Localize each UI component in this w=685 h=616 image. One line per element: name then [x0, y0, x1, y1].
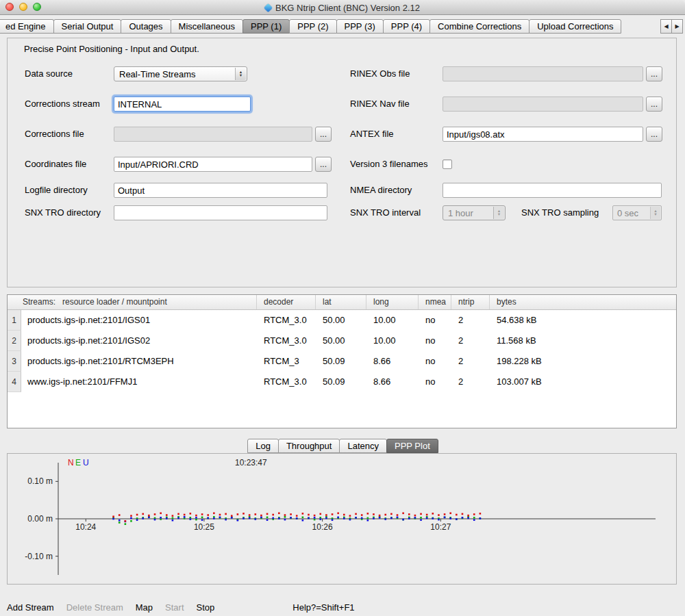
cell-ntrip: 2 — [451, 331, 490, 351]
antex-file-browse-button[interactable]: ... — [646, 127, 662, 142]
coordinates-file-label: Coordinates file — [25, 157, 86, 172]
tab-ppp-3[interactable]: PPP (3) — [336, 19, 384, 34]
snx-tro-directory-label: SNX TRO directory — [25, 205, 101, 220]
rinex-nav-browse-button[interactable]: ... — [646, 97, 662, 112]
cell-lat: 50.00 — [316, 331, 366, 351]
svg-text:10:26: 10:26 — [312, 522, 333, 532]
cell-lat: 50.00 — [316, 310, 366, 331]
data-source-select[interactable]: Real-Time Streams ▲▼ — [114, 66, 247, 81]
tab-ppp-2[interactable]: PPP (2) — [289, 19, 336, 34]
cell-long: 8.66 — [366, 351, 419, 372]
table-row[interactable]: 1 products.igs-ip.net:2101/IGS01 RTCM_3.… — [8, 310, 676, 331]
delete-stream-button: Delete Stream — [66, 602, 123, 613]
cell-decoder: RTCM_3 — [257, 351, 316, 372]
snx-tro-directory-input[interactable] — [114, 205, 327, 220]
tab-log[interactable]: Log — [247, 439, 279, 453]
header-long: long — [366, 295, 419, 309]
tab-throughput[interactable]: Throughput — [278, 439, 340, 453]
version3-filenames-checkbox[interactable] — [443, 159, 452, 169]
logfile-directory-input[interactable] — [114, 183, 327, 198]
table-row[interactable]: 3 products.igs-ip.net:2101/RTCM3EPH RTCM… — [8, 351, 676, 372]
row-number: 2 — [8, 331, 21, 351]
cell-bytes: 11.568 kB — [490, 331, 676, 351]
combo-arrows-icon: ▲▼ — [493, 207, 504, 219]
cell-long: 10.00 — [366, 310, 419, 331]
row-number: 3 — [8, 351, 21, 372]
snx-tro-sampling-label: SNX TRO sampling — [521, 205, 599, 220]
cell-ntrip: 2 — [451, 372, 490, 392]
tab-miscellaneous[interactable]: Miscellaneous — [171, 19, 243, 34]
rinex-nav-label: RINEX Nav file — [350, 97, 410, 112]
tab-scroll-buttons: ◀ ▶ — [661, 19, 683, 34]
svg-text:U: U — [83, 458, 89, 467]
cell-bytes: 54.638 kB — [490, 310, 676, 331]
svg-text:10:24: 10:24 — [75, 522, 96, 532]
row-number: 1 — [8, 310, 21, 331]
cell-mountpoint: products.igs-ip.net:2101/IGS01 — [21, 310, 257, 331]
snx-tro-sampling-spinner: 0 sec ▲▼ — [612, 205, 662, 220]
tab-ppp-plot[interactable]: PPP Plot — [386, 439, 438, 453]
cell-decoder: RTCM_3.0 — [257, 310, 316, 331]
table-row[interactable]: 2 products.igs-ip.net:2101/IGS02 RTCM_3.… — [8, 331, 676, 351]
svg-text:E: E — [75, 458, 81, 467]
nmea-directory-input[interactable] — [443, 183, 662, 198]
tab-scroll-right-button[interactable]: ▶ — [671, 19, 683, 34]
tab-upload-corrections[interactable]: Upload Corrections — [529, 19, 621, 34]
coordinates-file-browse-button[interactable]: ... — [315, 157, 332, 172]
tab-scroll-left-button[interactable]: ◀ — [660, 19, 672, 34]
version3-filenames-label: Version 3 filenames — [350, 157, 427, 172]
table-row[interactable]: 4 www.igs-ip.net:2101/FFMJ1 RTCM_3.0 50.… — [8, 372, 676, 392]
plot-tabbar: Log Throughput Latency PPP Plot — [0, 438, 685, 453]
rinex-nav-input — [443, 97, 643, 112]
coordinates-file-input[interactable] — [114, 157, 312, 172]
tab-ppp-1[interactable]: PPP (1) — [242, 19, 290, 34]
scroll-left-icon: ◀ — [664, 23, 668, 29]
header-bytes: bytes — [490, 295, 676, 309]
map-button[interactable]: Map — [136, 602, 153, 613]
app-icon — [264, 3, 273, 12]
svg-text:10:27: 10:27 — [430, 522, 451, 532]
ppp1-panel: Precise Point Positioning - Input and Ou… — [7, 38, 677, 287]
titlebar[interactable]: BKG Ntrip Client (BNC) Version 2.12 — [0, 0, 685, 15]
snx-tro-interval-value: 1 hour — [448, 208, 473, 218]
main-tabbar: ed Engine Serial Output Outages Miscella… — [0, 18, 685, 34]
cell-bytes: 103.007 kB — [490, 372, 676, 392]
corrections-stream-input[interactable] — [114, 97, 251, 112]
cell-bytes: 198.228 kB — [490, 351, 676, 372]
cell-mountpoint: products.igs-ip.net:2101/RTCM3EPH — [21, 351, 257, 372]
bnc-window: BKG Ntrip Client (BNC) Version 2.12 ed E… — [0, 0, 685, 616]
snx-tro-sampling-value: 0 sec — [617, 208, 638, 218]
svg-text:0.00 m: 0.00 m — [27, 514, 53, 524]
cell-long: 8.66 — [366, 372, 419, 392]
cell-nmea: no — [419, 310, 451, 331]
snx-tro-interval-select: 1 hour ▲▼ — [443, 205, 506, 220]
window-title-group: BKG Ntrip Client (BNC) Version 2.12 — [0, 0, 685, 15]
svg-text:-0.10 m: -0.10 m — [25, 552, 53, 561]
tab-combine-corrections[interactable]: Combine Corrections — [429, 19, 530, 34]
snx-tro-interval-label: SNX TRO interval — [350, 205, 421, 220]
combo-down-icon: ▼ — [239, 74, 242, 77]
rinex-obs-label: RINEX Obs file — [350, 66, 410, 81]
corrections-file-browse-button[interactable]: ... — [315, 127, 332, 142]
stop-button[interactable]: Stop — [197, 602, 215, 613]
tab-feed-engine[interactable]: ed Engine — [0, 19, 54, 34]
add-stream-button[interactable]: Add Stream — [7, 602, 54, 613]
cell-mountpoint: www.igs-ip.net:2101/FFMJ1 — [21, 372, 257, 392]
spinner-arrows-icon: ▲▼ — [650, 207, 660, 219]
svg-text:N: N — [68, 458, 74, 467]
rinex-obs-browse-button[interactable]: ... — [646, 66, 662, 81]
help-hint: Help?=Shift+F1 — [292, 602, 354, 613]
tab-serial-output[interactable]: Serial Output — [53, 19, 122, 34]
combo-down-icon: ▼ — [497, 213, 501, 216]
cell-ntrip: 2 — [451, 310, 490, 331]
header-mountpoint: Streams: resource loader / mountpoint — [8, 295, 257, 309]
antex-file-label: ANTEX file — [350, 127, 394, 142]
tab-latency[interactable]: Latency — [339, 439, 387, 453]
cell-nmea: no — [419, 331, 451, 351]
tab-outages[interactable]: Outages — [121, 19, 171, 34]
svg-text:0.10 m: 0.10 m — [27, 476, 53, 486]
antex-file-input[interactable] — [443, 127, 643, 142]
tab-ppp-4[interactable]: PPP (4) — [383, 19, 430, 34]
corrections-file-input — [114, 127, 312, 142]
ppp-plot-panel: 0.10 m0.00 m-0.10 m10:2410:2510:2610:27N… — [7, 453, 677, 585]
